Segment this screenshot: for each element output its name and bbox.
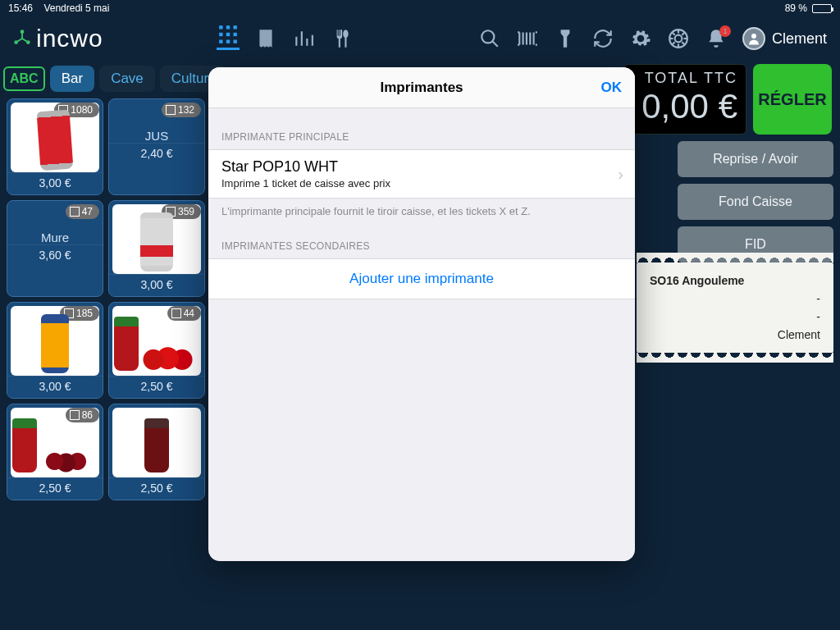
- printer-row[interactable]: Star POP10 WHT Imprime 1 ticket de caiss…: [208, 149, 635, 199]
- printer-name: Star POP10 WHT: [221, 158, 605, 176]
- section-secondary-printers: IMPRIMANTES SECONDAIRES: [208, 217, 635, 258]
- chevron-right-icon: ›: [618, 165, 623, 184]
- section-main-printer: IMPRIMANTE PRINCIPALE: [208, 108, 635, 149]
- modal-header: Imprimantes OK: [208, 67, 635, 108]
- modal-ok-button[interactable]: OK: [601, 80, 623, 96]
- printers-modal: Imprimantes OK IMPRIMANTE PRINCIPALE Sta…: [208, 67, 635, 561]
- modal-title: Imprimantes: [380, 80, 463, 96]
- main-printer-note: L'imprimante principale fournit le tiroi…: [208, 199, 635, 217]
- printer-description: Imprime 1 ticket de caisse avec prix: [221, 177, 605, 189]
- add-printer-button[interactable]: Ajouter une imprimante: [208, 258, 635, 299]
